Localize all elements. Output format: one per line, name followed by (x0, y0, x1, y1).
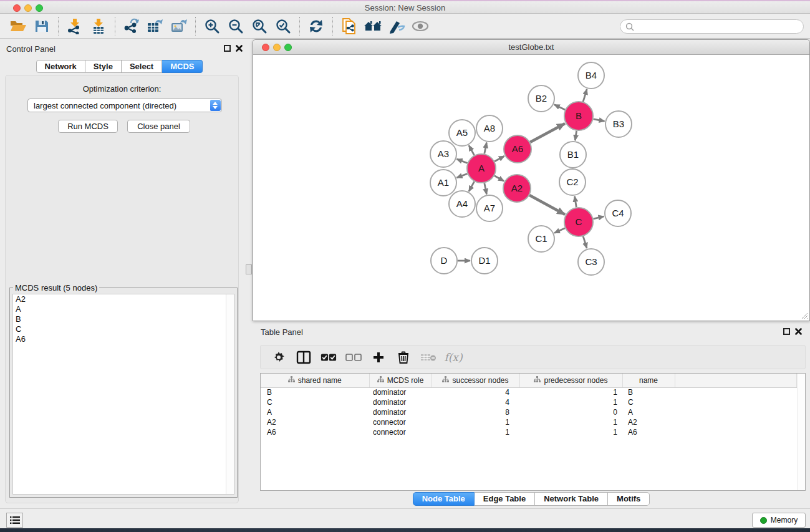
result-item-A2[interactable]: A2 (13, 294, 234, 304)
delete-table-icon[interactable] (420, 349, 436, 365)
table-row-A[interactable]: Adominator80A (261, 407, 797, 417)
import-network-icon[interactable] (63, 16, 87, 36)
show-hide-graphics-icon[interactable] (408, 16, 432, 36)
tab-motifs[interactable]: Motifs (608, 492, 650, 506)
import-table-icon[interactable] (87, 16, 110, 36)
edge-A2-C[interactable] (529, 195, 565, 215)
column-label: successor nodes (452, 376, 508, 385)
toolbar-separator (115, 17, 115, 36)
close-panel-icon[interactable] (235, 44, 243, 52)
table-panel-title: Table Panel (261, 327, 303, 337)
tab-mcds[interactable]: MCDS (162, 60, 203, 73)
select-all-icon[interactable] (321, 349, 337, 365)
add-column-icon[interactable] (370, 349, 387, 365)
search-input[interactable] (638, 21, 797, 32)
network-canvas[interactable]: B4B2BB3A8A5A6A3B1AC2A1A2A4A7C4CC1C3DD1 (253, 55, 809, 321)
column-header-name[interactable]: name (622, 374, 675, 387)
home-icon[interactable] (361, 16, 385, 36)
zoom-in-icon[interactable] (200, 16, 224, 36)
table-toolbar: f(x) (260, 345, 806, 369)
memory-status-icon (760, 517, 767, 524)
cell: dominator (369, 397, 432, 407)
window-resize-grip[interactable] (801, 312, 808, 319)
edge-A-A7[interactable] (485, 183, 487, 195)
edge-A-A3[interactable] (457, 159, 468, 163)
column-header-MCDS-role[interactable]: MCDS role (369, 374, 432, 387)
window-titlebar[interactable]: Session: New Session (0, 0, 810, 14)
tab-node-table[interactable]: Node Table (413, 492, 475, 506)
tab-style[interactable]: Style (85, 60, 122, 73)
cell: C (622, 397, 675, 407)
zoom-fit-icon[interactable] (248, 16, 271, 36)
tab-edge-table[interactable]: Edge Table (475, 492, 535, 506)
column-header-shared-name[interactable]: shared name (261, 374, 369, 387)
deselect-all-icon[interactable] (345, 349, 362, 365)
save-session-icon[interactable] (30, 16, 54, 36)
export-table-icon[interactable] (143, 16, 167, 36)
criterion-select[interactable]: largest connected component (directed) (27, 99, 222, 112)
result-item-B[interactable]: B (13, 314, 234, 324)
export-network-icon[interactable] (120, 16, 143, 36)
edge-B-B1[interactable] (575, 131, 576, 140)
edge-A-A2[interactable] (494, 176, 504, 181)
edge-A-A4[interactable] (469, 181, 475, 191)
result-item-C[interactable]: C (13, 324, 234, 334)
panel-divider-handle[interactable] (246, 264, 252, 274)
cell: 1 (432, 427, 519, 437)
edge-C-C3[interactable] (583, 236, 587, 248)
table-panel-tabs: Node TableEdge TableNetwork TableMotifs (253, 492, 810, 506)
zoom-out-icon[interactable] (224, 16, 248, 36)
table-row-A2[interactable]: A2connector11A2 (261, 417, 797, 427)
edge-A-A1[interactable] (457, 174, 468, 178)
cell: B (622, 387, 675, 397)
network-from-file-icon[interactable] (337, 16, 361, 36)
edge-A6-B[interactable] (530, 123, 565, 142)
table-row-C[interactable]: Cdominator41C (261, 397, 797, 407)
column-header-predecessor-nodes[interactable]: predecessor nodes (519, 374, 622, 387)
open-session-icon[interactable] (6, 16, 30, 36)
close-table-panel-icon[interactable] (794, 327, 803, 336)
tab-network-table[interactable]: Network Table (535, 492, 608, 506)
refresh-icon[interactable] (304, 16, 328, 36)
float-table-panel-icon[interactable] (783, 328, 790, 335)
result-item-A[interactable]: A (13, 304, 234, 314)
zoom-selected-icon[interactable] (271, 16, 295, 36)
task-history-button[interactable] (6, 513, 23, 528)
show-columns-icon[interactable] (296, 349, 312, 365)
close-panel-button[interactable]: Close panel (127, 120, 190, 133)
edge-B-B4[interactable] (583, 89, 587, 102)
edge-A-A5[interactable] (469, 145, 475, 155)
edge-A-A8[interactable] (485, 143, 487, 154)
result-list-scrollbar[interactable] (226, 294, 234, 494)
table-panel: Table Panel (253, 324, 810, 508)
mcds-result-title: MCDS result (5 nodes) (13, 283, 99, 293)
table-row-B[interactable]: Bdominator41B (261, 387, 797, 397)
edge-C-C4[interactable] (593, 216, 604, 219)
table-options-icon[interactable] (271, 349, 287, 365)
column-label: shared name (298, 376, 342, 385)
edge-C-C1[interactable] (554, 228, 565, 233)
edge-A-A6[interactable] (494, 156, 504, 161)
float-panel-icon[interactable] (224, 45, 231, 52)
result-item-A6[interactable]: A6 (13, 334, 234, 344)
column-header-successor-nodes[interactable]: successor nodes (432, 374, 519, 387)
cell: 0 (519, 407, 622, 417)
edge-B-B3[interactable] (594, 119, 605, 122)
edge-B-B2[interactable] (554, 105, 566, 110)
memory-button[interactable]: Memory (752, 513, 806, 528)
node-label-C3: C3 (585, 256, 597, 267)
cell: 1 (519, 417, 622, 427)
network-window-titlebar[interactable]: testGlobe.txt (253, 40, 809, 55)
delete-column-icon[interactable] (395, 349, 412, 365)
edge-C-C2[interactable] (575, 196, 577, 208)
tab-select[interactable]: Select (122, 60, 162, 73)
table-scrollbar[interactable] (798, 374, 805, 490)
table-row-A6[interactable]: A6connector11A6 (261, 427, 797, 437)
desktop-background (0, 528, 810, 532)
export-image-icon[interactable] (167, 16, 191, 36)
show-hide-annotations-icon[interactable] (385, 16, 408, 36)
cell: C (261, 397, 369, 407)
function-builder-icon[interactable]: f(x) (445, 349, 461, 365)
tab-network[interactable]: Network (36, 60, 85, 73)
run-mcds-button[interactable]: Run MCDS (58, 120, 118, 133)
